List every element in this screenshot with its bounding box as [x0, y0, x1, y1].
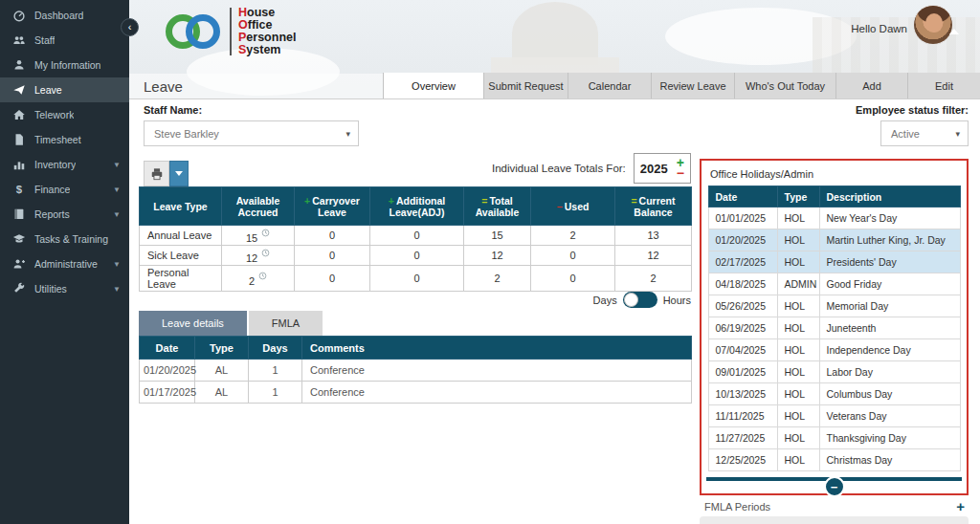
total-available-cell: 15 [464, 226, 531, 246]
current-balance-cell: 13 [615, 226, 692, 246]
sidebar-item-label: My Information [34, 59, 100, 71]
caret-down-icon: ▼ [113, 186, 121, 194]
holiday-date-cell: 12/25/2025 [708, 449, 777, 471]
hours-label: Hours [663, 295, 691, 306]
file-icon [12, 133, 27, 147]
toggle-knob [624, 293, 638, 307]
holiday-type-cell: HOL [777, 207, 819, 229]
user-plus-icon [12, 257, 27, 272]
clock-icon[interactable] [258, 271, 267, 282]
clock-icon[interactable] [261, 228, 270, 239]
holiday-desc-cell: Veterans Day [819, 405, 960, 427]
column-header: Date [708, 186, 777, 207]
user-icon [12, 58, 27, 73]
status-filter-label: Employee status filter: [856, 104, 969, 116]
home-icon [12, 108, 26, 121]
staff-icon [12, 33, 27, 48]
sidebar-item-telework[interactable]: Telework [0, 102, 129, 127]
tab-edit[interactable]: Edit [907, 73, 980, 98]
staff-name-select[interactable]: Steve Barkley ▾ [144, 120, 359, 146]
holiday-type-cell: HOL [777, 405, 819, 427]
holiday-row: 02/17/2025 HOL Presidents' Day [708, 251, 960, 273]
user-greeting: Hello Dawn [851, 23, 907, 34]
accrued-cell: 15 [222, 226, 295, 246]
holiday-row: 06/19/2025 HOL Juneteenth [708, 317, 960, 339]
fmla-add-button[interactable]: + [956, 498, 965, 514]
holiday-desc-cell: Martin Luther King, Jr. Day [819, 229, 960, 251]
current-balance-cell: 2 [615, 266, 692, 292]
column-header: −Used [531, 187, 615, 226]
clock-icon[interactable] [261, 248, 270, 259]
fmla-collapsed-panel[interactable] [700, 516, 969, 524]
status-filter-select[interactable]: Active ▾ [880, 120, 969, 146]
chart-icon [12, 158, 26, 171]
carryover-cell: 0 [295, 226, 370, 246]
tab-who-s-out-today[interactable]: Who's Out Today [734, 73, 835, 98]
table-row: Sick Leave 12 0 0 12 0 12 [140, 246, 692, 266]
sidebar-item-inventory[interactable]: Inventory▼ [0, 152, 129, 177]
print-options-button[interactable] [169, 161, 189, 186]
sidebar-item-utilities[interactable]: Utilities▼ [0, 276, 129, 301]
sidebar-item-label: Reports [34, 208, 70, 220]
user-icon [12, 58, 26, 72]
leave-totals-table: Leave TypeAvailable Accrued+Carryover Le… [139, 186, 692, 292]
leave-totals-body: Annual Leave 15 0 0 15 2 13Sick Leave 12… [140, 226, 692, 292]
holiday-date-cell: 01/01/2025 [708, 207, 777, 229]
year-decrement-button[interactable]: − [677, 168, 684, 179]
year-input[interactable] [640, 162, 671, 176]
sidebar-item-staff[interactable]: Staff [0, 28, 129, 53]
column-header: Type [195, 337, 249, 360]
user-avatar[interactable] [913, 5, 953, 45]
current-balance-cell: 12 [615, 246, 692, 266]
year-box: + − [634, 153, 691, 184]
graduation-icon [12, 232, 27, 247]
tab-add[interactable]: Add [835, 73, 907, 98]
tab-fmla[interactable]: FMLA [249, 311, 323, 336]
chevron-down-icon: ▾ [345, 129, 350, 139]
fmla-periods-label: FMLA Periods [704, 501, 770, 513]
sidebar-item-my-information[interactable]: My Information [0, 53, 129, 77]
holidays-body: 01/01/2025 HOL New Year's Day01/20/2025 … [708, 207, 960, 471]
carryover-cell: 0 [295, 266, 370, 292]
caret-down-icon: ▼ [113, 285, 121, 294]
holiday-type-cell: HOL [777, 295, 819, 317]
sidebar-item-finance[interactable]: $ Finance▼ [0, 177, 129, 202]
file-icon [12, 133, 26, 146]
sidebar-item-tasks-training[interactable]: Tasks & Training [0, 227, 129, 251]
holiday-date-cell: 07/04/2025 [708, 339, 777, 361]
sidebar-item-leave[interactable]: Leave [0, 77, 129, 102]
table-row: 01/17/2025AL1Conference [140, 382, 692, 404]
sidebar-nav: Dashboard Staff My Information Leave Tel… [0, 3, 129, 301]
detail-cell: Conference [302, 360, 692, 382]
tab-leave-details[interactable]: Leave details [139, 311, 247, 336]
staff-name-value: Steve Barkley [154, 128, 219, 140]
tab-submit-request[interactable]: Submit Request [483, 73, 568, 98]
sidebar-item-timesheet[interactable]: Timesheet [0, 127, 129, 152]
sidebar-item-administrative[interactable]: Administrative▼ [0, 251, 129, 276]
holiday-row: 07/04/2025 HOL Independence Day [708, 339, 960, 361]
column-header: =Total Available [464, 187, 531, 226]
holiday-desc-cell: Juneteenth [819, 317, 960, 339]
hops-logo[interactable]: HouseOfficePersonnelSystem [166, 7, 296, 56]
caret-down-icon: ▼ [113, 260, 121, 269]
header-symbol: − [557, 201, 563, 212]
detail-tabs: Leave detailsFMLA [139, 311, 323, 336]
tab-overview[interactable]: Overview [383, 73, 483, 98]
sidebar-item-dashboard[interactable]: Dashboard [0, 3, 129, 28]
leave-type-cell: Annual Leave [140, 226, 222, 246]
svg-text:$: $ [16, 184, 23, 195]
sidebar-item-reports[interactable]: Reports▼ [0, 202, 129, 227]
print-button[interactable] [144, 161, 169, 186]
holiday-type-cell: HOL [777, 317, 819, 339]
holiday-row: 01/01/2025 HOL New Year's Day [708, 207, 960, 229]
tab-calendar[interactable]: Calendar [568, 73, 651, 98]
holiday-desc-cell: Independence Day [819, 339, 960, 361]
holiday-date-cell: 11/11/2025 [708, 405, 777, 427]
book-icon [12, 207, 27, 222]
days-hours-toggle[interactable] [623, 292, 657, 308]
fmla-periods-row: FMLA Periods + [704, 498, 965, 514]
sidebar-collapse-button[interactable]: ‹ [121, 18, 139, 36]
chart-icon [12, 158, 27, 172]
holidays-collapse-button[interactable]: − [824, 476, 845, 497]
tab-review-leave[interactable]: Review Leave [651, 73, 734, 98]
